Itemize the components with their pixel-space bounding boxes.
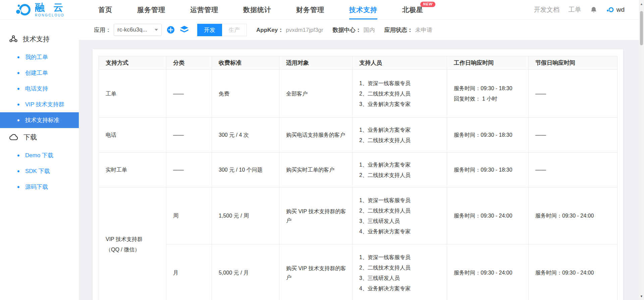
- support-standard-card: 支持方式分类收费标准适用对象支持人员工作日响应时间节假日响应时间 工单——免费全…: [93, 49, 623, 300]
- sidebar-list-support: 我的工单创建工单电话支持VIP 技术支持群技术支持标准: [0, 49, 79, 128]
- sidebar-item[interactable]: 技术支持标准: [0, 112, 79, 128]
- nav-item[interactable]: 数据统计: [243, 0, 271, 19]
- new-badge: NEW: [420, 2, 435, 7]
- nav-item[interactable]: 首页: [98, 0, 112, 19]
- table-cell: 服务时间：09:30 - 24:00: [447, 187, 529, 244]
- sidebar-item[interactable]: 创建工单: [0, 65, 79, 81]
- nav-item[interactable]: 技术支持: [349, 0, 377, 19]
- env-dev-button[interactable]: 开发: [197, 24, 222, 36]
- env-toggle: 开发 生产: [197, 24, 247, 36]
- app-status-label: 应用状态：: [384, 27, 413, 33]
- table-cell: 购买 VIP 技术支持群的客户: [279, 244, 353, 300]
- bullet-icon: [17, 186, 19, 188]
- sidebar-item[interactable]: Demo 下载: [0, 147, 79, 163]
- table-body: 工单——免费全部客户1、资深一线客服专员2、二线技术支持人员3、业务解决方案专家…: [99, 70, 618, 300]
- nav-link-dev-docs[interactable]: 开发文档: [534, 5, 559, 14]
- sidebar-item-label: VIP 技术支持群: [25, 101, 64, 108]
- table-cell: 服务时间：09:30 - 18:30回复时效： 1 小时: [447, 70, 529, 118]
- table-cell: 1、业务解决方案专家2、二线技术支持人员: [353, 118, 447, 153]
- scrollbar-thumb[interactable]: [640, 11, 643, 45]
- app-list-button[interactable]: [180, 26, 189, 34]
- sidebar-item-label: 创建工单: [25, 69, 48, 77]
- bullet-icon: [17, 155, 19, 157]
- table-cell: ——: [529, 70, 618, 118]
- table-cell: ——: [166, 153, 212, 187]
- sidebar-list-download: Demo 下载SDK 下载源码下载: [0, 147, 79, 195]
- cloud-icon: [9, 134, 18, 141]
- table-cell: 1、资深一线客服专员2、二线技术支持人员3、业务解决方案专家: [353, 70, 447, 118]
- nav-item[interactable]: 服务管理: [137, 0, 165, 19]
- table-cell: 购买电话支持服务的客户: [279, 118, 353, 153]
- table-row: 月5,000 元 / 月购买 VIP 技术支持群的客户1、资深一线客服专员2、二…: [99, 244, 618, 300]
- app-select[interactable]: rc-kc6u3q...: [114, 24, 162, 36]
- table-cell: 1、业务解决方案专家2、二线技术支持人员: [353, 153, 447, 187]
- datacenter-value: 国内: [364, 27, 375, 33]
- app-select-value: rc-kc6u3q...: [117, 26, 147, 33]
- app-bar: 应用： rc-kc6u3q... 开发 生产 AppKey：pvxdm17jpf…: [79, 20, 644, 40]
- support-icon: [9, 35, 18, 43]
- app-label: 应用：: [94, 26, 111, 34]
- column-header: 适用对象: [279, 56, 353, 70]
- logo-en: RONGCLOUD: [35, 14, 66, 17]
- table-cell: 服务时间：09:30 - 24:00: [529, 187, 618, 244]
- table-cell: 实时工单: [99, 153, 166, 187]
- nav-item[interactable]: 财务管理: [296, 0, 324, 19]
- chevron-down-icon: [155, 29, 158, 31]
- sidebar-item[interactable]: VIP 技术支持群: [0, 97, 79, 112]
- sidebar-section-download-header: 下载: [0, 132, 79, 142]
- column-header: 分类: [166, 56, 212, 70]
- main-nav: 首页服务管理运营管理数据统计财务管理技术支持北极星NEW: [86, 0, 436, 19]
- appkey-label: AppKey：: [256, 27, 283, 33]
- bullet-icon: [17, 88, 19, 90]
- sidebar-section-support-header: 技术支持: [0, 34, 79, 44]
- sidebar-item[interactable]: 源码下载: [0, 179, 79, 195]
- datacenter-label: 数据中心：: [333, 27, 361, 33]
- appkey-field: AppKey：pvxdm17jpf3gr: [256, 26, 323, 34]
- sidebar-item-label: 技术支持标准: [25, 116, 59, 124]
- sidebar-item-label: 源码下载: [25, 183, 48, 191]
- table-cell: 1、资深一线客服专员2、二线技术支持人员3、三线研发人员4、业务解决方案专家: [353, 244, 447, 300]
- plus-circle-icon: [167, 26, 175, 34]
- appkey-value: pvxdm17jpf3gr: [286, 27, 323, 33]
- nav-link-tickets[interactable]: 工单: [569, 5, 581, 14]
- sidebar-item[interactable]: 电话支持: [0, 81, 79, 97]
- sidebar-item-label: SDK 下载: [25, 167, 50, 175]
- nav-item[interactable]: 北极星NEW: [402, 0, 423, 19]
- table-cell: 周: [166, 187, 212, 244]
- layers-icon: [180, 26, 189, 34]
- add-app-button[interactable]: [167, 26, 175, 34]
- support-standard-table: 支持方式分类收费标准适用对象支持人员工作日响应时间节假日响应时间 工单——免费全…: [99, 56, 618, 300]
- rongcloud-logo[interactable]: 融 云 RONGCLOUD: [14, 3, 85, 17]
- table-cell: 购买 VIP 技术支持群的客户: [279, 187, 353, 244]
- bell-icon[interactable]: [590, 6, 597, 13]
- table-cell: 1,500 元 / 周: [212, 187, 279, 244]
- sidebar-section-download: 下载 Demo 下载SDK 下载源码下载: [0, 132, 79, 195]
- sidebar-item-label: 我的工单: [25, 53, 48, 61]
- rongcloud-logo-icon: [14, 3, 32, 16]
- scroll-up-arrow-icon[interactable]: ▲: [639, 1, 644, 7]
- table-cell: 5,000 元 / 月: [212, 244, 279, 300]
- app-status-value: 未申请: [415, 27, 432, 33]
- column-header: 支持人员: [353, 56, 447, 70]
- table-cell: 电话: [99, 118, 166, 153]
- table-cell: 免费: [212, 70, 279, 118]
- sidebar-section-support: 技术支持 我的工单创建工单电话支持VIP 技术支持群技术支持标准: [0, 34, 79, 128]
- vertical-scrollbar[interactable]: ▲ ▼: [639, 0, 644, 300]
- user-menu[interactable]: wd: [606, 6, 625, 13]
- env-prod-button[interactable]: 生产: [222, 24, 247, 36]
- table-cell: 工单: [99, 70, 166, 118]
- table-cell: ——: [529, 118, 618, 153]
- table-row: 电话——300 元 / 4 次购买电话支持服务的客户1、业务解决方案专家2、二线…: [99, 118, 618, 153]
- nav-item[interactable]: 运营管理: [190, 0, 218, 19]
- table-cell: 服务时间：09:30 - 24:00: [447, 244, 529, 300]
- column-header: 收费标准: [212, 56, 279, 70]
- bullet-icon: [17, 104, 19, 106]
- scroll-down-arrow-icon[interactable]: ▼: [639, 294, 644, 299]
- table-cell: ——: [529, 153, 618, 187]
- logo-text: 融 云 RONGCLOUD: [35, 3, 66, 17]
- table-cell: ——: [166, 70, 212, 118]
- sidebar-item[interactable]: 我的工单: [0, 49, 79, 65]
- sidebar-item[interactable]: SDK 下载: [0, 163, 79, 179]
- table-cell: 1、资深一线客服专员2、二线技术支持人员3、三线研发人员4、业务解决方案专家: [353, 187, 447, 244]
- table-cell: 购买实时工单的客户: [279, 153, 353, 187]
